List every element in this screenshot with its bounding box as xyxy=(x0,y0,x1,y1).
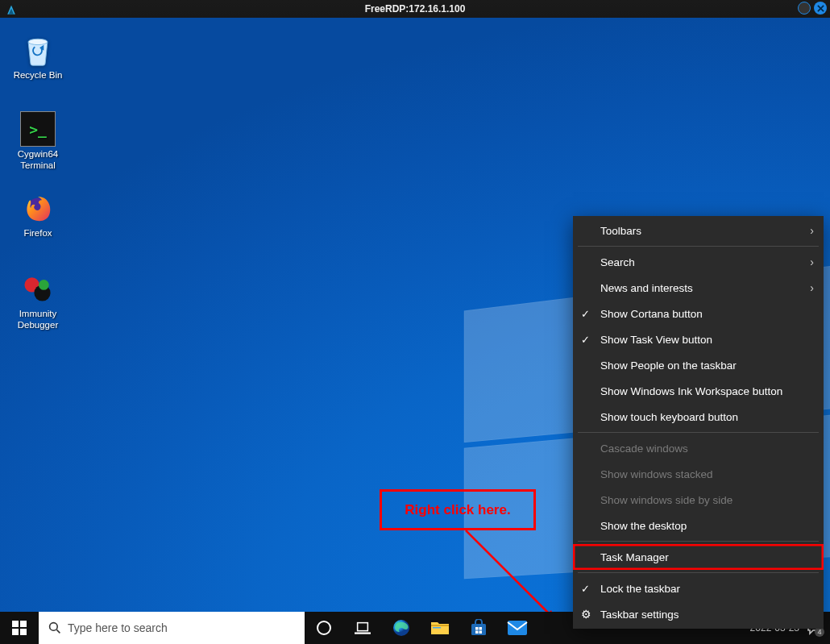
svg-rect-7 xyxy=(12,621,19,627)
gear-icon: ⚙ xyxy=(581,608,591,621)
context-menu-item-news-and-interests[interactable]: News and interests› xyxy=(573,275,824,301)
context-menu-item-label: Show windows stacked xyxy=(600,468,713,480)
desktop-icon-label: Cygwin64 Terminal xyxy=(7,148,68,172)
context-menu-item-label: Cascade windows xyxy=(600,442,688,455)
svg-point-11 xyxy=(50,623,58,631)
taskbar-search-box[interactable]: Type here to search xyxy=(39,612,305,644)
context-menu-item-show-cortana-button[interactable]: ✓Show Cortana button xyxy=(573,301,824,326)
taskview-button[interactable] xyxy=(343,612,382,644)
svg-rect-14 xyxy=(358,623,368,631)
context-menu-item-show-task-view-button[interactable]: ✓Show Task View button xyxy=(573,326,824,352)
context-menu-separator xyxy=(578,432,819,433)
chevron-right-icon: › xyxy=(810,281,814,294)
check-icon: ✓ xyxy=(581,334,590,346)
svg-rect-23 xyxy=(479,631,483,634)
context-menu-item-show-windows-ink-workspace-button[interactable]: Show Windows Ink Workspace button xyxy=(573,378,824,404)
window-close-button[interactable] xyxy=(814,2,827,15)
taskbar-pinned-apps xyxy=(305,612,537,644)
context-menu-item-show-the-desktop[interactable]: Show the desktop xyxy=(573,513,824,538)
context-menu-item-show-people-on-the-taskbar[interactable]: Show People on the taskbar xyxy=(573,352,824,378)
svg-rect-9 xyxy=(12,629,19,635)
cygwin-icon: >_ xyxy=(20,111,56,147)
mail-app[interactable] xyxy=(498,612,537,644)
chevron-right-icon: › xyxy=(810,256,814,268)
desktop-icon-immunity[interactable]: Immunity Debugger xyxy=(7,271,68,331)
check-icon: ✓ xyxy=(581,308,590,320)
windows-desktop[interactable]: Recycle Bin >_ Cygwin64 Terminal Firefox xyxy=(0,18,830,644)
desktop-icon-label: Firefox xyxy=(23,227,52,239)
svg-point-0 xyxy=(28,39,48,44)
check-icon: ✓ xyxy=(581,583,590,595)
context-menu-item-label: Show Task View button xyxy=(600,334,712,346)
context-menu-item-label: News and interests xyxy=(600,282,693,294)
search-icon xyxy=(48,621,61,634)
context-menu-item-lock-the-taskbar[interactable]: ✓Lock the taskbar xyxy=(573,575,824,601)
svg-line-12 xyxy=(56,629,60,633)
context-menu-item-taskbar-settings[interactable]: ⚙Taskbar settings xyxy=(573,601,824,627)
context-menu-item-label: Show Windows Ink Workspace button xyxy=(600,385,782,397)
context-menu-item-label: Show the desktop xyxy=(600,520,687,532)
context-menu-item-toolbars[interactable]: Toolbars› xyxy=(573,218,824,243)
svg-rect-21 xyxy=(479,627,483,630)
svg-rect-18 xyxy=(433,627,441,629)
context-menu-item-label: Show touch keyboard button xyxy=(600,411,738,423)
svg-rect-24 xyxy=(508,621,527,635)
microsoft-store-app[interactable] xyxy=(459,612,498,644)
window-title: FreeRDP:172.16.1.100 xyxy=(0,3,830,15)
context-menu-separator xyxy=(578,246,819,247)
context-menu-item-label: Show windows side by side xyxy=(600,494,732,506)
svg-rect-15 xyxy=(355,632,371,634)
svg-rect-17 xyxy=(431,625,449,626)
svg-rect-19 xyxy=(471,624,486,635)
freerdp-app-icon xyxy=(3,1,19,17)
context-menu-item-show-touch-keyboard-button[interactable]: Show touch keyboard button xyxy=(573,404,824,430)
start-button[interactable] xyxy=(0,612,39,644)
svg-rect-20 xyxy=(475,627,479,630)
context-menu-item-label: Taskbar settings xyxy=(600,609,679,621)
svg-point-13 xyxy=(317,621,330,634)
context-menu-item-label: Lock the taskbar xyxy=(600,583,680,595)
immunity-icon xyxy=(20,271,56,306)
svg-point-4 xyxy=(39,280,49,290)
context-menu-item-label: Search xyxy=(600,256,635,268)
chevron-right-icon: › xyxy=(810,224,814,237)
context-menu-separator xyxy=(578,541,819,542)
context-menu-item-label: Show Cortana button xyxy=(600,308,703,320)
desktop-icon-label: Immunity Debugger xyxy=(7,308,68,331)
edge-app[interactable] xyxy=(382,612,421,644)
context-menu-item-label: Toolbars xyxy=(600,225,641,237)
desktop-icon-label: Recycle Bin xyxy=(14,69,63,81)
context-menu-separator xyxy=(578,572,819,573)
desktop-icon-cygwin[interactable]: >_ Cygwin64 Terminal xyxy=(7,111,68,172)
window-minimize-button[interactable] xyxy=(798,2,811,15)
context-menu-item-show-windows-stacked: Show windows stacked xyxy=(573,461,824,487)
annotation-text: Right click here. xyxy=(405,502,510,518)
desktop-icon-firefox[interactable]: Firefox xyxy=(7,190,68,239)
svg-rect-22 xyxy=(475,631,479,634)
titlebar: FreeRDP:172.16.1.100 xyxy=(0,0,830,18)
context-menu-item-cascade-windows: Cascade windows xyxy=(573,435,824,461)
file-explorer-app[interactable] xyxy=(421,612,459,644)
annotation-callout: Right click here. xyxy=(380,489,536,530)
context-menu-item-label: Task Manager xyxy=(600,551,669,563)
taskbar-context-menu: Toolbars›Search›News and interests›✓Show… xyxy=(573,216,824,629)
context-menu-item-task-manager[interactable]: Task Manager xyxy=(573,544,824,570)
recycle-bin-icon xyxy=(20,32,56,68)
context-menu-item-search[interactable]: Search› xyxy=(573,249,824,275)
search-placeholder: Type here to search xyxy=(68,621,168,634)
desktop-icon-recycle-bin[interactable]: Recycle Bin xyxy=(7,32,68,81)
firefox-icon xyxy=(20,190,56,226)
context-menu-item-label: Show People on the taskbar xyxy=(600,359,737,372)
context-menu-item-show-windows-side-by-side: Show windows side by side xyxy=(573,487,824,513)
svg-rect-8 xyxy=(20,621,27,627)
svg-rect-10 xyxy=(20,629,27,635)
cortana-button[interactable] xyxy=(305,612,343,644)
